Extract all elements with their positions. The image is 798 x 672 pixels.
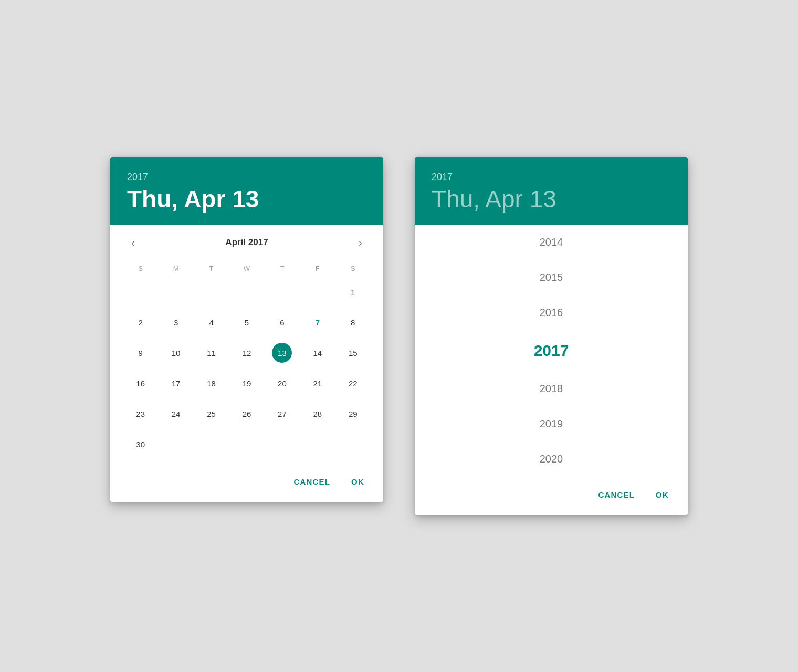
- month-label: April 2017: [225, 237, 268, 248]
- calendar-empty-cell: [265, 277, 300, 307]
- year-list-item[interactable]: 2015: [415, 260, 688, 295]
- weekday-fri: F: [300, 260, 335, 277]
- weekday-wed: W: [229, 260, 264, 277]
- calendar-day-cell[interactable]: 9: [123, 338, 158, 368]
- calendar-nav: ‹ April 2017 ›: [123, 233, 371, 252]
- year-list-item[interactable]: 2020: [415, 442, 688, 477]
- calendar-empty-cell: [158, 429, 193, 459]
- year-list-item[interactable]: 2019: [415, 406, 688, 442]
- calendar-day-cell[interactable]: 3: [158, 307, 193, 338]
- calendar-day-cell[interactable]: 30: [123, 429, 158, 459]
- calendar-day-cell[interactable]: 5: [229, 307, 264, 338]
- selected-day-circle: 13: [272, 343, 292, 363]
- day-circle: 20: [272, 373, 292, 393]
- day-circle: 6: [272, 312, 292, 332]
- calendar-day-cell[interactable]: 16: [123, 368, 158, 398]
- calendar-day-cell[interactable]: 19: [229, 368, 264, 398]
- year-header: 2017 Thu, Apr 13: [415, 157, 688, 225]
- calendar-day-cell[interactable]: 10: [158, 338, 193, 368]
- year-list-item[interactable]: 2014: [415, 225, 688, 260]
- weekday-mon: M: [158, 260, 193, 277]
- calendar-empty-cell: [300, 429, 335, 459]
- day-circle: 14: [308, 343, 328, 363]
- calendar-header-year: 2017: [127, 172, 366, 183]
- day-circle: 29: [343, 404, 363, 424]
- calendar-day-cell[interactable]: 27: [265, 398, 300, 429]
- day-circle: 9: [131, 343, 151, 363]
- weekday-thu: T: [265, 260, 300, 277]
- calendar-empty-cell: [123, 277, 158, 307]
- calendar-day-cell[interactable]: 23: [123, 398, 158, 429]
- calendar-cancel-button[interactable]: CANCEL: [287, 472, 337, 491]
- dialogs-container: 2017 Thu, Apr 13 ‹ April 2017 › S M T W …: [79, 115, 719, 558]
- calendar-day-cell[interactable]: 28: [300, 398, 335, 429]
- year-list-item[interactable]: 2017: [415, 330, 688, 371]
- day-circle: 27: [272, 404, 292, 424]
- calendar-header-date: Thu, Apr 13: [127, 186, 366, 213]
- next-month-button[interactable]: ›: [354, 233, 366, 252]
- calendar-empty-cell: [194, 277, 229, 307]
- calendar-body: ‹ April 2017 › S M T W T F S: [110, 225, 383, 464]
- day-circle: 24: [166, 404, 186, 424]
- day-circle: 15: [343, 343, 363, 363]
- calendar-day-cell[interactable]: 15: [335, 338, 371, 368]
- day-circle: 4: [202, 312, 222, 332]
- calendar-header: 2017 Thu, Apr 13: [110, 157, 383, 225]
- calendar-day-cell[interactable]: 8: [335, 307, 371, 338]
- day-circle: 22: [343, 373, 363, 393]
- day-circle: 16: [131, 373, 151, 393]
- calendar-empty-cell: [300, 277, 335, 307]
- year-header-date: Thu, Apr 13: [432, 186, 671, 213]
- day-circle: 28: [308, 404, 328, 424]
- today-circle: 7: [308, 312, 328, 332]
- year-list-item[interactable]: 2018: [415, 371, 688, 406]
- calendar-dialog: 2017 Thu, Apr 13 ‹ April 2017 › S M T W …: [110, 157, 383, 502]
- calendar-day-cell[interactable]: 7: [300, 307, 335, 338]
- calendar-day-cell[interactable]: 24: [158, 398, 193, 429]
- calendar-week-row: 1: [123, 277, 371, 307]
- calendar-day-cell[interactable]: 2: [123, 307, 158, 338]
- calendar-day-cell[interactable]: 11: [194, 338, 229, 368]
- calendar-day-cell[interactable]: 25: [194, 398, 229, 429]
- year-ok-button[interactable]: OK: [649, 485, 675, 505]
- calendar-empty-cell: [335, 429, 371, 459]
- day-circle: 8: [343, 312, 363, 332]
- year-list-item[interactable]: 2016: [415, 295, 688, 330]
- day-circle: 11: [202, 343, 222, 363]
- calendar-week-row: 30: [123, 429, 371, 459]
- weekday-row: S M T W T F S: [123, 260, 371, 277]
- weekday-sun: S: [123, 260, 158, 277]
- calendar-day-cell[interactable]: 13: [265, 338, 300, 368]
- calendar-day-cell[interactable]: 12: [229, 338, 264, 368]
- calendar-day-cell[interactable]: 20: [265, 368, 300, 398]
- prev-month-button[interactable]: ‹: [127, 233, 139, 252]
- day-circle: 2: [131, 312, 151, 332]
- day-circle: 26: [237, 404, 257, 424]
- day-circle: 19: [237, 373, 257, 393]
- calendar-day-cell[interactable]: 1: [335, 277, 371, 307]
- calendar-grid: S M T W T F S 12345678910111213141516171…: [123, 260, 371, 459]
- calendar-week-row: 9101112131415: [123, 338, 371, 368]
- calendar-empty-cell: [265, 429, 300, 459]
- year-picker-body: 2014201520162017201820192020: [415, 225, 688, 477]
- calendar-empty-cell: [229, 277, 264, 307]
- day-circle: 10: [166, 343, 186, 363]
- calendar-empty-cell: [158, 277, 193, 307]
- calendar-ok-button[interactable]: OK: [345, 472, 371, 491]
- calendar-day-cell[interactable]: 18: [194, 368, 229, 398]
- year-cancel-button[interactable]: CANCEL: [592, 485, 641, 505]
- day-circle: 25: [202, 404, 222, 424]
- calendar-day-cell[interactable]: 26: [229, 398, 264, 429]
- calendar-day-cell[interactable]: 22: [335, 368, 371, 398]
- calendar-day-cell[interactable]: 6: [265, 307, 300, 338]
- year-dialog: 2017 Thu, Apr 13 20142015201620172018201…: [415, 157, 688, 516]
- calendar-day-cell[interactable]: 4: [194, 307, 229, 338]
- calendar-empty-cell: [229, 429, 264, 459]
- calendar-day-cell[interactable]: 29: [335, 398, 371, 429]
- calendar-day-cell[interactable]: 21: [300, 368, 335, 398]
- calendar-day-cell[interactable]: 17: [158, 368, 193, 398]
- year-header-year: 2017: [432, 172, 671, 183]
- day-circle: 23: [131, 404, 151, 424]
- calendar-day-cell[interactable]: 14: [300, 338, 335, 368]
- day-circle: 17: [166, 373, 186, 393]
